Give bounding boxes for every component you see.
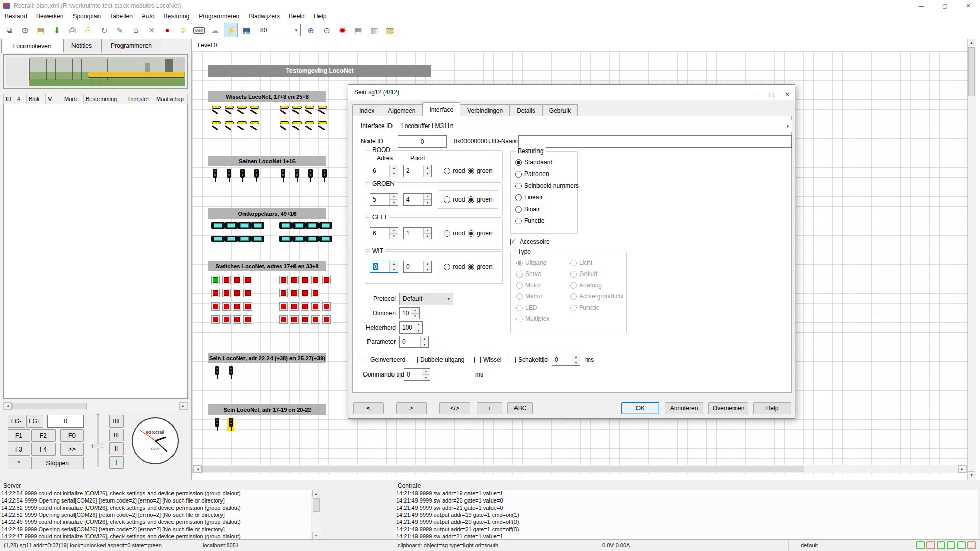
switch-button[interactable] <box>322 276 331 284</box>
besturing-option-standaard[interactable]: Standaard <box>515 159 579 166</box>
radio-rood[interactable]: rood <box>444 263 465 270</box>
rood-adres-spinner[interactable]: 6▲▼ <box>370 165 398 177</box>
switch-button[interactable] <box>322 315 331 324</box>
signal-symbol[interactable] <box>321 169 328 182</box>
spin-down-icon[interactable]: ▼ <box>421 342 428 348</box>
close-button[interactable]: ✕ <box>779 87 795 102</box>
scroll-left-icon[interactable]: ◂ <box>193 465 202 473</box>
signal-symbol[interactable] <box>213 418 220 431</box>
decoupler-symbol[interactable] <box>306 236 319 242</box>
switch-button[interactable] <box>233 289 241 297</box>
wissel-symbol[interactable] <box>292 105 303 114</box>
wissel-symbol[interactable] <box>317 121 329 130</box>
radio-groen[interactable]: groen <box>468 167 493 174</box>
nav-button-4[interactable]: ABC <box>507 402 533 414</box>
checkbox-dubbele-uitgang[interactable]: Dubbele uitgang <box>411 356 464 363</box>
tip-button[interactable]: ☉ <box>81 23 95 37</box>
spin-up-icon[interactable]: ▲ <box>421 336 428 342</box>
signal-symbol[interactable] <box>293 169 300 182</box>
ok-button[interactable]: OK <box>621 402 659 414</box>
scroll-right-icon[interactable]: ▸ <box>179 402 187 410</box>
switch-button[interactable] <box>243 289 252 297</box>
server-log-scrollbar[interactable]: ▴ ▾ <box>312 490 321 539</box>
f2-button[interactable]: F2 <box>31 429 56 442</box>
stop-button[interactable]: Stoppen <box>31 457 84 469</box>
switch-button[interactable] <box>301 289 309 297</box>
column-header-blok[interactable]: Blok <box>27 94 46 104</box>
tab-programmeren[interactable]: Programmeren <box>101 39 161 52</box>
wit-adres-spinner[interactable]: 0▲▼ <box>370 261 398 273</box>
f1-button[interactable]: F1 <box>8 429 30 442</box>
besturing-option-lineair[interactable]: Lineair <box>515 194 579 201</box>
commando-spinner[interactable]: 0▲▼ <box>404 368 430 381</box>
decoupler-symbol[interactable] <box>211 236 225 242</box>
spin-down-icon[interactable]: ▼ <box>424 200 431 206</box>
switch-button[interactable] <box>311 315 320 324</box>
parameter-spinner[interactable]: 0▲▼ <box>399 336 429 348</box>
menu-besturing[interactable]: Besturing <box>159 12 194 21</box>
import-button[interactable]: ⬇ <box>50 23 64 37</box>
switch-button[interactable] <box>243 302 252 311</box>
fg-minus-button[interactable]: FG- <box>8 415 25 428</box>
dialog-tab-verbindingen[interactable]: Verbindingen <box>460 104 510 116</box>
spin-up-icon[interactable]: ▲ <box>572 354 580 360</box>
power-stop-button[interactable]: ● <box>160 23 175 37</box>
switch-button[interactable] <box>233 276 241 284</box>
spin-up-icon[interactable]: ▲ <box>424 228 431 234</box>
fg-plus-button[interactable]: FG+ <box>26 415 43 428</box>
menu-bladwijzers[interactable]: Bladwijzers <box>244 12 284 21</box>
signal-symbol[interactable] <box>213 366 220 380</box>
scroll-thumb[interactable] <box>202 466 804 472</box>
wissel-symbol[interactable] <box>224 121 235 130</box>
dialog-tab-index[interactable]: Index <box>352 104 381 116</box>
column-header-num[interactable]: # <box>15 94 27 104</box>
switch-button[interactable] <box>233 315 241 324</box>
menu-programmeren[interactable]: Programmeren <box>194 12 244 21</box>
maximize-button[interactable]: ▢ <box>933 0 957 11</box>
switch-button[interactable] <box>279 289 288 297</box>
direction-button[interactable]: ^ <box>8 457 30 469</box>
decoupler-symbol[interactable] <box>251 222 264 229</box>
decoupler-symbol[interactable] <box>306 222 319 229</box>
step-button-iiii[interactable]: IIII <box>109 415 124 428</box>
wissel-symbol[interactable] <box>279 121 290 130</box>
alert-button[interactable]: ✸ <box>335 23 350 37</box>
spin-down-icon[interactable]: ▼ <box>422 375 430 381</box>
maximize-button[interactable]: ▢ <box>764 87 779 102</box>
spin-up-icon[interactable]: ▲ <box>390 261 398 267</box>
spin-down-icon[interactable]: ▼ <box>390 171 398 177</box>
nav-button-0[interactable]: < <box>353 402 384 414</box>
minimize-button[interactable]: — <box>910 0 933 11</box>
decoupler-symbol[interactable] <box>292 222 306 229</box>
schakeltijd-spinner[interactable]: 0▲▼ <box>552 354 580 366</box>
loco-power-button[interactable]: ⚡ <box>224 23 238 37</box>
dialog-titlebar[interactable]: Sein sg12 (4/12) —▢✕ <box>348 85 795 100</box>
cloud-button[interactable]: ☁ <box>208 23 222 37</box>
scroll-thumb[interactable] <box>313 498 320 512</box>
print-button[interactable]: ⎙ <box>65 23 80 37</box>
menu-bewerken[interactable]: Bewerken <box>32 12 68 21</box>
switch-button[interactable] <box>222 289 231 297</box>
home-button[interactable]: ⌂ <box>129 23 143 37</box>
decoupler-symbol[interactable] <box>292 236 306 242</box>
annuleren-button[interactable]: Annuleren <box>665 402 703 414</box>
close-panel-button[interactable]: ✕ <box>144 23 159 37</box>
spin-down-icon[interactable]: ▼ <box>390 200 398 206</box>
wissel-symbol[interactable] <box>211 105 223 114</box>
spin-up-icon[interactable]: ▲ <box>390 194 398 200</box>
decoupler-symbol[interactable] <box>211 222 225 229</box>
sync-button[interactable]: ↻ <box>97 23 111 37</box>
f3-button[interactable]: F3 <box>8 443 30 456</box>
wissel-symbol[interactable] <box>250 105 261 114</box>
besturing-option-seinbeeld-nummers[interactable]: Seinbeeld nummers <box>515 182 579 189</box>
uid-field[interactable] <box>518 135 792 148</box>
spin-up-icon[interactable]: ▲ <box>424 194 431 200</box>
besturing-option-functie[interactable]: Functie <box>515 217 579 224</box>
dimmen-spinner[interactable]: 10▲▼ <box>399 307 420 319</box>
accessoire-checkbox[interactable]: Accessoire <box>510 238 550 245</box>
scroll-down-icon[interactable]: ▾ <box>312 532 320 539</box>
wissel-symbol[interactable] <box>224 105 235 114</box>
checkbox-schakeltijd[interactable]: Schakeltijd <box>509 356 548 363</box>
scroll-up-icon[interactable]: ▴ <box>968 39 975 46</box>
helderheid-spinner[interactable]: 100▲▼ <box>399 321 423 334</box>
